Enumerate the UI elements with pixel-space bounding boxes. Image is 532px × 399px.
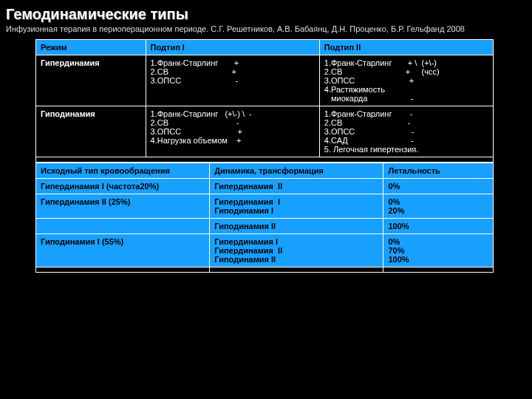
table-row: Гиподинамия 1.Франк-Старлинг (+\-) \ - 2… [36, 106, 494, 157]
c3: 0% [383, 179, 494, 194]
table-header: Режим Подтип I Подтип II [36, 40, 494, 55]
c2: Гиподинамия II [210, 219, 383, 234]
hdr-sub2: Подтип II [319, 40, 493, 55]
hdr-c3: Летальность [383, 163, 494, 179]
slide: Гемодинамические типы Инфузионная терапи… [0, 0, 532, 399]
table-row: Гипердинамия 1.Франк-Старлинг + 2.СВ + 3… [36, 55, 494, 106]
c3: 0% 70% 100% [383, 234, 494, 267]
c3: 100% [383, 219, 494, 234]
hdr-sub1: Подтип I [146, 40, 319, 55]
table-row: Гипердинамия II (25%) Гипердинамия I Гип… [36, 194, 494, 219]
table-header: Исходный тип кровообращения Динамика, тр… [36, 163, 494, 179]
sub2-cell: 1.Франк-Старлинг - 2.СВ - 3.ОПСС - 4.САД… [319, 106, 493, 157]
sub1-cell: 1.Франк-Старлинг (+\-) \ - 2.СВ - 3.ОПСС… [146, 106, 319, 157]
c1 [36, 219, 210, 234]
c1: Гипердинамия II (25%) [36, 194, 210, 219]
hdr-mode: Режим [36, 40, 146, 55]
hdr-c1: Исходный тип кровообращения [36, 163, 210, 179]
c2: Гипердинамия II [210, 179, 383, 194]
c2: Гипердинамия I Гипердинамия II Гиподинам… [210, 234, 383, 267]
c1: Гипердинамия I (частота20%) [36, 179, 210, 194]
c1: Гиподинамия I (55%) [36, 234, 210, 267]
sub1-cell: 1.Франк-Старлинг + 2.СВ + 3.ОПСС - [146, 55, 319, 106]
page-title: Гемодинамические типы [6, 6, 526, 23]
mode-cell: Гиподинамия [36, 106, 146, 157]
sub2-cell: 1.Франк-Старлинг + \ (+\-) 2.СВ + (чсс) … [319, 55, 493, 106]
hdr-c2: Динамика, трансформация [210, 163, 383, 179]
page-subtitle: Инфузионная терапия в периоперационном п… [6, 24, 526, 33]
mode-cell: Гипердинамия [36, 55, 146, 106]
table-row: Гиподинамия II 100% [36, 219, 494, 234]
regimes-table: Режим Подтип I Подтип II Гипердинамия 1.… [35, 39, 494, 163]
spacer-row [36, 157, 494, 163]
table-row: Гиподинамия I (55%) Гипердинамия I Гипер… [36, 234, 494, 267]
tables-wrapper: Режим Подтип I Подтип II Гипердинамия 1.… [35, 39, 494, 273]
c3: 0% 20% [383, 194, 494, 219]
outcomes-table: Исходный тип кровообращения Динамика, тр… [35, 163, 494, 273]
spacer-row [36, 267, 494, 273]
c2: Гипердинамия I Гиподинамия I [210, 194, 383, 219]
table-row: Гипердинамия I (частота20%) Гипердинамия… [36, 179, 494, 194]
